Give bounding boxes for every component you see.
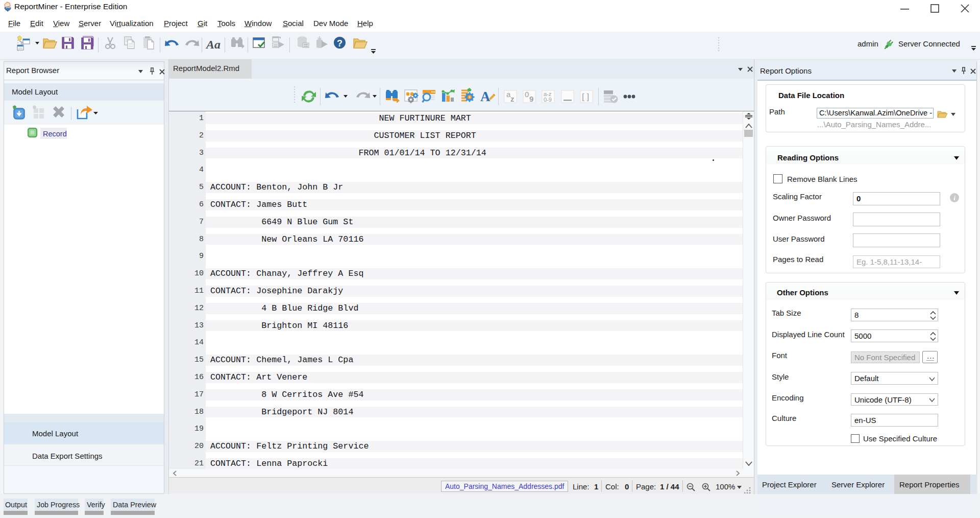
svg-text:9: 9 [529, 95, 533, 103]
svg-text:A: A [480, 89, 491, 104]
svg-text:?: ? [337, 38, 342, 49]
svg-text:[ ]: [ ] [582, 92, 589, 102]
svg-text:Aa: Aa [205, 38, 220, 51]
svg-text:0: 0 [525, 90, 529, 99]
svg-text:i: i [953, 194, 955, 202]
svg-text:z: z [510, 95, 514, 103]
svg-text:0-9: 0-9 [544, 97, 552, 103]
